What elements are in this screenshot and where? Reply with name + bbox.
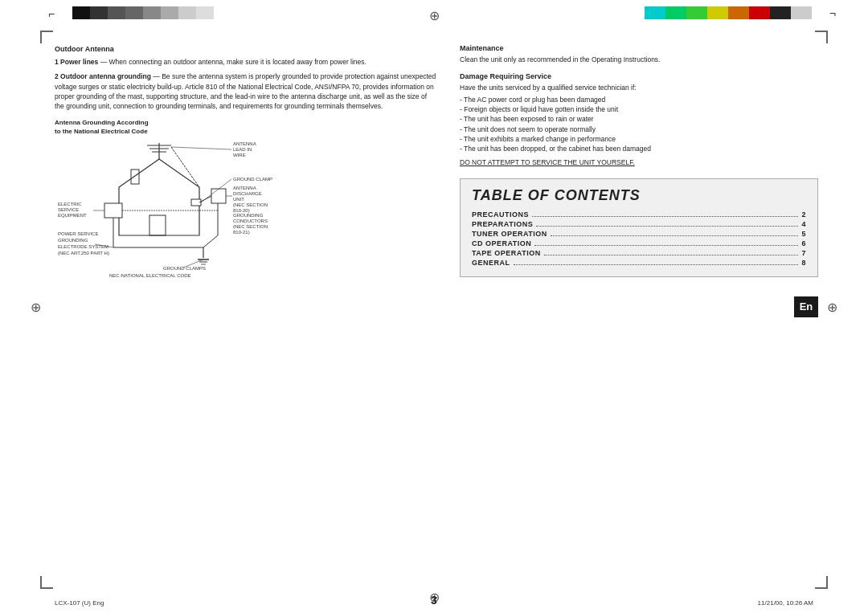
reg-mark-top-left: ⌐: [44, 6, 59, 21]
svg-text:(NEC SECTION: (NEC SECTION: [233, 202, 268, 207]
svg-text:NEC-NATIONAL ELECTRICAL CODE: NEC-NATIONAL ELECTRICAL CODE: [109, 273, 190, 278]
footer-right: 11/21/00, 10:26 AM: [758, 599, 813, 607]
svg-text:(NEC ART.250 PART H): (NEC ART.250 PART H): [58, 251, 109, 255]
power-lines-para: 1 Power lines — When connecting an outdo…: [55, 57, 437, 67]
svg-text:ELECTRODE SYSTEM: ELECTRODE SYSTEM: [58, 244, 108, 249]
crosshair-mid-right: ⊕: [827, 299, 837, 314]
damage-item-4: The unit does not seem to operate normal…: [460, 125, 818, 134]
damage-title: Damage Requiring Service: [460, 72, 818, 80]
power-lines-bold: 1 Power lines: [55, 58, 98, 66]
svg-rect-2: [131, 170, 139, 184]
toc-title: TABLE OF CONTENTS: [472, 187, 806, 204]
toc-label-preparations: PREPARATIONS: [472, 220, 533, 228]
antenna-svg: ANTENNA LEAD IN WIRE GROUND CLAMP ANTENN…: [55, 139, 280, 280]
outdoor-grounding-para: 2 Outdoor antenna grounding — Be sure th…: [55, 72, 437, 111]
svg-text:ANTENNA: ANTENNA: [233, 141, 256, 146]
damage-item-5: The unit exhibits a marked change in per…: [460, 134, 818, 144]
power-lines-text: — When connecting an outdoor antenna, ma…: [98, 58, 366, 66]
color-strip-left: [72, 6, 214, 19]
svg-rect-13: [104, 203, 122, 218]
toc-entry-tuner-operation: TUNER OPERATION 5: [472, 230, 806, 238]
svg-text:WIRE: WIRE: [233, 153, 246, 157]
svg-line-12: [203, 235, 218, 247]
content-area: Outdoor Antenna 1 Power lines — When con…: [55, 44, 818, 577]
svg-text:GROUND CLAMP: GROUND CLAMP: [233, 177, 272, 182]
en-badge: En: [794, 296, 818, 317]
crosshair-mid-left: ⊕: [31, 299, 41, 314]
outdoor-antenna-title: Outdoor Antenna: [55, 44, 437, 55]
diagram-container: ANTENNA LEAD IN WIRE GROUND CLAMP ANTENN…: [55, 139, 280, 280]
toc-entry-preparations: PREPARATIONS 4: [472, 220, 806, 228]
toc-box: TABLE OF CONTENTS PRECAUTIONS 2 PREPARAT…: [460, 178, 818, 277]
outdoor-grounding-bold: 2 Outdoor antenna grounding: [55, 72, 151, 80]
do-not-attempt: DO NOT ATTEMPT TO SERVICE THE UNIT YOURS…: [460, 157, 818, 167]
left-column: Outdoor Antenna 1 Power lines — When con…: [55, 44, 452, 577]
damage-section: Damage Requiring Service Have the units …: [460, 72, 818, 167]
reg-mark-top-right: ¬: [825, 6, 840, 21]
svg-text:ANTENNA: ANTENNA: [233, 186, 256, 190]
corner-mark-tl: [40, 31, 53, 43]
en-badge-text: En: [800, 300, 813, 313]
svg-text:CONDUCTORS: CONDUCTORS: [233, 219, 268, 223]
toc-dots-cd-operation: [534, 245, 798, 246]
color-strip-right: [645, 6, 812, 19]
toc-num-general: 8: [801, 259, 806, 267]
svg-text:LEAD IN: LEAD IN: [233, 147, 252, 152]
antenna-diagram: Antenna Grounding According to the Natio…: [55, 118, 437, 280]
toc-entry-cd-operation: CD OPERATION 6: [472, 239, 806, 247]
toc-num-tuner-operation: 5: [801, 230, 806, 238]
maintenance-title: Maintenance: [460, 44, 818, 52]
svg-rect-9: [211, 189, 226, 203]
corner-mark-bl: [40, 576, 53, 589]
maintenance-section: Maintenance Clean the unit only as recom…: [460, 44, 818, 64]
toc-num-precautions: 2: [801, 210, 806, 219]
svg-line-24: [171, 147, 231, 149]
page-number: 3: [431, 594, 437, 607]
svg-text:GROUNDING: GROUNDING: [233, 213, 264, 218]
svg-text:SERVICE: SERVICE: [58, 207, 79, 212]
toc-dots-general: [514, 264, 799, 265]
svg-text:(NEC SECTION: (NEC SECTION: [233, 224, 268, 229]
crosshair-top-center: ⊕: [429, 8, 440, 23]
damage-item-2: Foreign objects or liquid have gotten in…: [460, 104, 818, 114]
svg-text:GROUND CLAMPS: GROUND CLAMPS: [163, 266, 206, 271]
right-column: Maintenance Clean the unit only as recom…: [452, 44, 818, 577]
toc-label-general: GENERAL: [472, 259, 510, 267]
svg-text:810-21): 810-21): [233, 230, 250, 235]
toc-entry-tape-operation: TAPE OPERATION 7: [472, 249, 806, 257]
footer-left: LCX-107 (U) Eng: [55, 599, 104, 607]
svg-text:EQUIPMENT: EQUIPMENT: [58, 213, 87, 218]
damage-list: The AC power cord or plug has been damag…: [460, 95, 818, 154]
toc-num-tape-operation: 7: [801, 249, 806, 257]
diagram-title-line2: to the National Electrical Code: [55, 127, 437, 137]
svg-text:UNIT: UNIT: [233, 197, 244, 202]
svg-text:POWER SERVICE: POWER SERVICE: [58, 231, 99, 236]
toc-label-tape-operation: TAPE OPERATION: [472, 249, 541, 257]
toc-num-preparations: 4: [801, 220, 806, 228]
toc-dots-tuner-operation: [551, 235, 799, 236]
toc-dots-preparations: [536, 226, 798, 227]
svg-text:GROUNDING: GROUNDING: [58, 238, 88, 243]
toc-label-precautions: PRECAUTIONS: [472, 210, 529, 219]
toc-label-cd-operation: CD OPERATION: [472, 239, 531, 247]
svg-rect-1: [149, 215, 166, 235]
damage-item-6: The unit has been dropped, or the cabine…: [460, 144, 818, 153]
toc-entry-precautions: PRECAUTIONS 2: [472, 210, 806, 219]
toc-num-cd-operation: 6: [801, 239, 806, 247]
diagram-title: Antenna Grounding According to the Natio…: [55, 118, 437, 137]
svg-line-7: [171, 147, 199, 187]
svg-text:ELECTRIC: ELECTRIC: [58, 202, 82, 206]
damage-intro: Have the units serviced by a qualified s…: [460, 83, 818, 92]
corner-mark-tr: [815, 31, 828, 43]
damage-item-1: The AC power cord or plug has been damag…: [460, 95, 818, 104]
toc-dots-tape-operation: [544, 255, 799, 255]
toc-dots-precautions: [532, 216, 798, 217]
svg-text:DISCHARGE: DISCHARGE: [233, 191, 262, 196]
maintenance-text: Clean the unit only as recommended in th…: [460, 55, 818, 64]
toc-label-tuner-operation: TUNER OPERATION: [472, 230, 547, 238]
damage-item-3: The unit has been exposed to rain or wat…: [460, 114, 818, 124]
corner-mark-br: [815, 576, 828, 589]
toc-entry-general: GENERAL 8: [472, 259, 806, 267]
diagram-title-line1: Antenna Grounding According: [55, 118, 437, 128]
top-bar: ⌐ ⊕ ¬: [0, 0, 868, 26]
